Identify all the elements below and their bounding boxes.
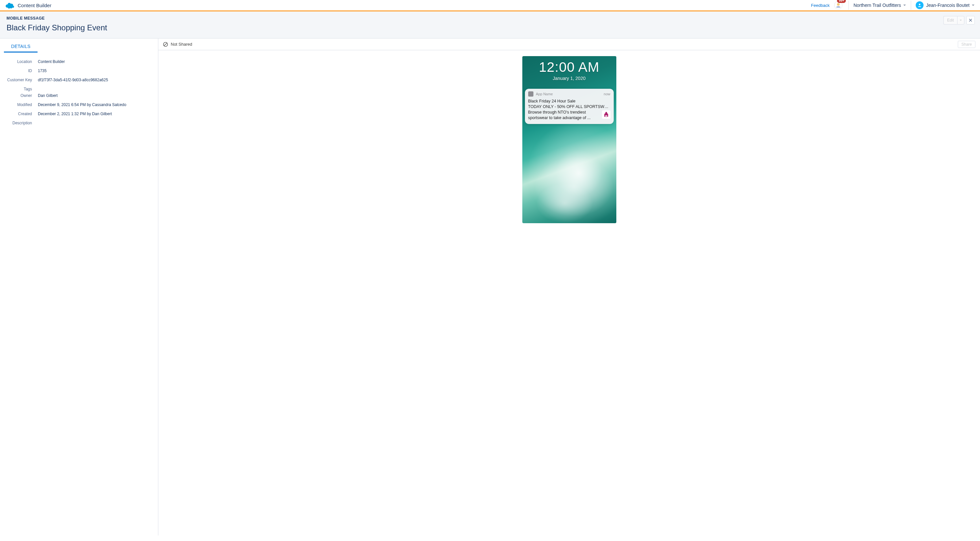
details-list: Location Content Builder ID 1735 Custome…: [0, 52, 158, 132]
app-title: Content Builder: [18, 3, 51, 8]
detail-row-modified: Modified December 9, 2021 6:54 PM by Cas…: [6, 100, 152, 109]
salesforce-cloud-icon: [5, 2, 15, 8]
page-title: Black Friday Shopping Event: [6, 23, 974, 32]
detail-label: Tags: [6, 87, 32, 91]
push-notification-card: App Name now Black Friday 24 Hour Sale T…: [525, 89, 614, 124]
close-button[interactable]: [966, 16, 975, 24]
svg-line-4: [164, 43, 167, 46]
person-icon: [917, 3, 922, 8]
share-button[interactable]: Share: [958, 41, 975, 48]
preview-area: 12:00 AM January 1, 2020 App Name now Bl…: [158, 50, 980, 535]
share-bar: Not Shared Share: [158, 38, 980, 50]
page-actions: Edit: [943, 16, 975, 24]
tab-details[interactable]: DETAILS: [4, 41, 38, 52]
detail-value: December 2, 2021 1:32 PM by Dan Gilbert: [38, 112, 112, 116]
notification-title: Black Friday 24 Hour Sale: [528, 98, 611, 104]
detail-row-location: Location Content Builder: [6, 57, 152, 66]
svg-point-2: [919, 3, 921, 5]
caret-down-icon: [972, 3, 975, 7]
main-content: DETAILS Location Content Builder ID 1735…: [0, 38, 980, 535]
detail-row-id: ID 1735: [6, 66, 152, 75]
caret-down-icon: [959, 19, 962, 22]
preview-panel: Not Shared Share 12:00 AM January 1, 202…: [158, 38, 980, 535]
notification-header: App Name now: [528, 91, 611, 97]
detail-row-created: Created December 2, 2021 1:32 PM by Dan …: [6, 109, 152, 119]
edit-button-group: Edit: [943, 16, 964, 24]
edit-dropdown-button[interactable]: [957, 16, 964, 24]
detail-label: Created: [6, 112, 32, 116]
detail-value: df1f73f7-3da5-41f2-9d03-a8cc9682a625: [38, 78, 108, 82]
share-status: Not Shared: [163, 42, 192, 47]
detail-value: Content Builder: [38, 59, 65, 64]
detail-label: Description: [6, 121, 32, 125]
lockscreen-date: January 1, 2020: [522, 76, 616, 81]
account-switcher[interactable]: Northern Trail Outfitters: [848, 1, 911, 10]
detail-value: December 9, 2021 6:54 PM by Cassandra Sa…: [38, 102, 126, 107]
user-menu[interactable]: Jean-Francois Boutet: [911, 1, 975, 10]
detail-label: ID: [6, 68, 32, 73]
phone-mockup: 12:00 AM January 1, 2020 App Name now Bl…: [522, 56, 616, 223]
edit-button[interactable]: Edit: [943, 16, 957, 24]
detail-label: Owner: [6, 93, 32, 98]
details-panel: DETAILS Location Content Builder ID 1735…: [0, 38, 158, 535]
notification-body: Browse through NTO's trendiest sportswea…: [528, 109, 599, 121]
svg-point-1: [837, 3, 840, 6]
detail-value: 1735: [38, 68, 47, 73]
detail-row-owner: Owner Dan Gilbert: [6, 91, 152, 100]
not-shared-icon: [163, 42, 168, 47]
user-name: Jean-Francois Boutet: [926, 3, 970, 8]
record-type-label: MOBILE MESSAGE: [6, 16, 974, 21]
notification-timestamp: now: [604, 92, 610, 96]
detail-row-description: Description: [6, 119, 152, 128]
close-icon: [969, 18, 972, 22]
global-header: Content Builder Feedback 99+ Northern Tr…: [0, 0, 980, 11]
details-tabs: DETAILS: [0, 41, 158, 52]
avatar: [916, 1, 924, 9]
share-status-text: Not Shared: [171, 42, 192, 47]
app-icon: [528, 91, 533, 97]
notification-app-name: App Name: [536, 92, 553, 96]
detail-label: Modified: [6, 102, 32, 107]
notifications-count-badge: 99+: [837, 0, 846, 3]
lockscreen-time: 12:00 AM: [522, 59, 616, 75]
detail-value: Dan Gilbert: [38, 93, 58, 98]
detail-label: Customer Key: [6, 78, 32, 82]
page-header: MOBILE MESSAGE Black Friday Shopping Eve…: [0, 11, 980, 38]
detail-label: Location: [6, 59, 32, 64]
notifications-button[interactable]: 99+: [834, 0, 843, 10]
notification-thumbnail: [602, 110, 611, 119]
account-name: Northern Trail Outfitters: [853, 3, 901, 8]
feedback-link[interactable]: Feedback: [811, 3, 829, 8]
notification-subtitle: TODAY ONLY - 50% OFF ALL SPORTSWE...: [528, 104, 611, 109]
detail-row-customer-key: Customer Key df1f73f7-3da5-41f2-9d03-a8c…: [6, 75, 152, 84]
caret-down-icon: [903, 3, 906, 7]
jacket-icon: [603, 111, 609, 118]
